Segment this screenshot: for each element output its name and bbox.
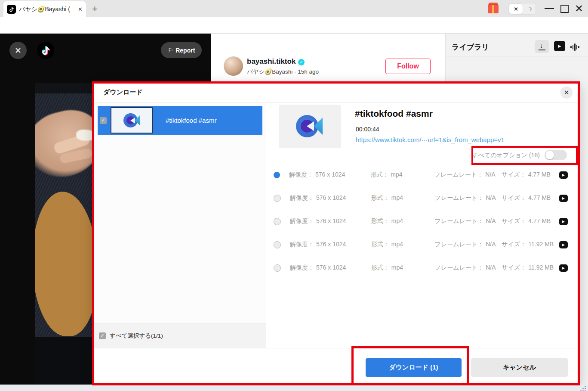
item-label: #tiktokfood #asmr [166,117,216,124]
video-icon: ▶ [558,44,561,48]
video-list-item[interactable]: ✓ #tiktokfood #asmr [98,106,262,135]
tiktok-logo [37,42,54,59]
format-option-row[interactable]: 解像度：576 x 1024 形式：mp4 フレームレート：N/A サイズ：11… [274,239,568,251]
framerate-value: N/A [486,194,496,202]
check-icon: ✓ [100,333,104,338]
resolution-label: 解像度： [290,217,314,225]
close-icon: ✕ [15,46,22,56]
toggle-knob [545,151,554,159]
framerate-label: フレームレート： [434,171,483,179]
library-tab-videos[interactable]: ▶ [554,41,565,51]
resolution-label: 解像度： [290,241,314,248]
resolution-value: 576 x 1024 [316,217,346,225]
detail-title: #tiktokfood #asmr [355,109,433,119]
cancel-button[interactable]: キャンセル [471,358,568,377]
browser-toolbar: ← → ↻ ⌂ https://www.tiktok.com/@bayashi.… [0,17,588,34]
browser-tab[interactable]: バヤシ🥑Bayashi ( ✕ [3,1,86,17]
format-option-row[interactable]: 解像度：576 x 1024 形式：mp4 フレームレート：N/A サイズ：4.… [274,192,568,204]
format-label: 形式： [371,217,389,225]
flag-icon: ⚐ [168,47,173,54]
verified-badge-icon: ✓ [298,59,305,65]
food-cheese [76,130,94,141]
detail-url-link[interactable]: https://www.tiktok.com/···url=1&is_from_… [356,136,505,143]
item-thumbnail [111,107,153,133]
follow-label: Follow [397,62,419,70]
format-value: mp4 [391,217,403,225]
framerate-label: フレームレート： [435,264,484,272]
download-button-label: ダウンロード (1) [389,363,438,372]
framerate-label: フレームレート： [435,217,484,225]
select-all-bar: ✓ すべて選択する(1/1) [94,323,266,348]
format-value: mp4 [391,194,403,202]
light-mode-icon[interactable]: ☀ [509,4,523,14]
format-label: 形式： [371,264,389,272]
window-maximize-button[interactable] [560,5,569,13]
size-label: サイズ： [502,194,526,202]
tab-close-icon[interactable]: ✕ [78,6,83,12]
author-avatar[interactable] [224,56,243,76]
close-icon: ✕ [564,89,570,96]
framerate-value: N/A [486,264,496,272]
all-options-toggle[interactable] [545,150,567,160]
play-icon: ▶ [562,196,565,200]
play-icon: ▶ [562,243,565,247]
size-label: サイズ： [502,241,526,248]
detail-thumbnail [279,105,341,148]
select-all-label: すべて選択する(1/1) [110,332,163,340]
report-label: Report [175,47,195,54]
radio-unselected[interactable] [274,241,281,248]
gift-icon[interactable] [488,4,499,13]
framerate-value: N/A [486,217,496,225]
format-option-row[interactable]: 解像度：576 x 1024 形式：mp4 フレームレート：N/A サイズ：4.… [274,169,568,181]
resolution-label: 解像度： [290,264,314,272]
framerate-value: N/A [486,241,496,248]
format-label: 形式： [371,241,389,248]
format-label: 形式： [370,171,388,179]
size-label: サイズ： [502,264,526,272]
framerate-value: N/A [485,171,495,179]
preview-play-button[interactable]: ▶ [559,171,568,179]
window-minimize-button[interactable] [545,8,554,9]
dark-mode-icon[interactable]: ☽ [521,2,538,16]
preview-play-button[interactable]: ▶ [559,264,568,272]
author-username[interactable]: bayashi.tiktok [247,57,296,66]
resolution-value: 576 x 1024 [316,241,346,248]
preview-play-button[interactable]: ▶ [559,195,568,202]
format-option-row[interactable]: 解像度：576 x 1024 形式：mp4 フレームレート：N/A サイズ：4.… [274,215,568,227]
radio-unselected[interactable] [274,264,281,272]
dialog-close-button[interactable]: ✕ [560,87,573,99]
resolution-label: 解像度： [289,171,313,179]
theme-toggle[interactable]: ☀ ☽ [508,3,536,15]
library-tab-audio[interactable] [570,43,582,51]
video-frame [35,83,94,385]
author-subtitle: バヤシ🥑Bayashi · 15h ago [247,68,319,76]
radio-unselected[interactable] [274,195,281,202]
new-tab-button[interactable]: + [92,3,98,15]
size-value: 11.92 MB [528,241,554,248]
format-option-row[interactable]: 解像度：576 x 1024 形式：mp4 フレームレート：N/A サイズ：11… [274,262,568,274]
radio-selected[interactable] [274,172,280,178]
tiktok-favicon-icon [7,5,16,14]
window-close-button[interactable]: ✕ [575,3,583,15]
browser-titlebar: バヤシ🥑Bayashi ( ✕ + ☀ ☽ ✕ [0,0,588,17]
size-value: 4.77 MB [528,217,551,225]
item-checkbox[interactable]: ✓ [100,117,107,124]
library-tab-downloads[interactable]: ↓ [535,40,549,53]
follow-button[interactable]: Follow [385,59,431,74]
player-close-button[interactable]: ✕ [9,42,27,59]
report-button[interactable]: ⚐ Report [161,42,202,58]
download-button[interactable]: ダウンロード (1) [366,358,462,377]
preview-play-button[interactable]: ▶ [559,218,568,225]
size-value: 4.77 MB [528,194,551,202]
radio-unselected[interactable] [274,218,281,225]
all-options-label: すべてのオプション (18) [0,152,540,159]
play-icon: ▶ [562,220,565,223]
resolution-value: 576 x 1024 [315,171,345,179]
select-all-checkbox[interactable]: ✓ [99,332,106,339]
size-value: 4.77 MB [528,171,551,179]
detail-duration: 00:00:44 [356,126,379,133]
play-icon: ▶ [562,266,565,270]
status-strip [0,385,588,391]
preview-play-button[interactable]: ▶ [559,241,568,248]
video-list-panel [94,103,266,323]
